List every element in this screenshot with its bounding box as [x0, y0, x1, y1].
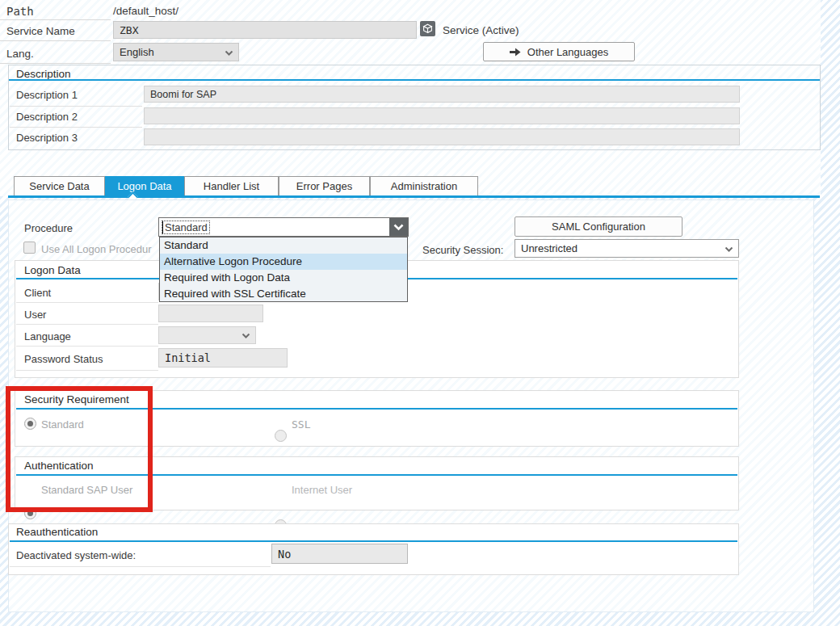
radio-auth-standard-sap-user[interactable]	[24, 507, 36, 519]
logon-data-title: Logon Data	[24, 264, 81, 276]
saml-configuration-button[interactable]: SAML Configuration	[514, 216, 682, 237]
procedure-combobox[interactable]: Standard	[158, 217, 409, 237]
header-area: Path /default_host/ Service Name ZBX Ser…	[0, 0, 821, 196]
password-status-label: Password Status	[24, 353, 103, 365]
password-status-value: Initial	[165, 351, 211, 364]
tab-label: Logon Data	[117, 180, 171, 192]
radio-security-ssl-label: SSL	[292, 418, 310, 431]
chevron-down-icon	[242, 330, 250, 342]
section-underline	[10, 540, 737, 542]
dropdown-option-standard[interactable]: Standard	[160, 237, 407, 254]
service-name-label: Service Name	[6, 25, 75, 37]
deactivated-system-wide-field: No	[271, 544, 408, 564]
section-underline	[16, 474, 737, 476]
service-name-input[interactable]: ZBX	[113, 21, 417, 39]
arrow-right-icon	[510, 48, 521, 57]
divider	[0, 63, 111, 64]
user-label: User	[24, 309, 46, 321]
authentication-title: Authentication	[24, 460, 94, 472]
deactivated-system-wide-value: No	[278, 548, 291, 561]
radio-security-ssl[interactable]	[275, 430, 287, 442]
procedure-dropdown-list: Standard Alternative Logon Procedure Req…	[159, 237, 408, 302]
dropdown-open-button[interactable]	[389, 218, 408, 236]
description3-label: Description 3	[16, 132, 78, 144]
service-cube-icon	[420, 21, 435, 36]
password-status-field: Initial	[158, 348, 288, 368]
dropdown-option-required-ssl-cert[interactable]: Required with SSL Certificate	[160, 286, 407, 302]
security-session-label: Security Session:	[422, 244, 503, 256]
radio-security-standard-label: Standard	[41, 418, 84, 431]
tab-handler-list[interactable]: Handler List	[184, 176, 279, 196]
path-label: Path	[6, 5, 34, 18]
description2-input[interactable]	[144, 107, 740, 124]
description2-label: Description 2	[16, 111, 78, 123]
service-name-value: ZBX	[120, 24, 138, 36]
divider	[16, 370, 158, 371]
language-select[interactable]	[158, 326, 256, 344]
client-label: Client	[24, 287, 51, 299]
description1-input[interactable]: Boomi for SAP	[144, 86, 740, 103]
deactivated-system-wide-label: Deactivated system-wide:	[16, 549, 136, 561]
use-all-logon-label: Use All Logon Procedur	[41, 243, 158, 255]
divider	[16, 346, 158, 347]
lang-select[interactable]: English	[113, 43, 239, 61]
tab-service-data[interactable]: Service Data	[14, 176, 105, 196]
section-underline	[16, 408, 737, 410]
divider	[0, 19, 111, 20]
chevron-down-icon	[225, 46, 233, 58]
tab-label: Handler List	[204, 180, 259, 192]
description3-input[interactable]	[144, 128, 740, 145]
tab-error-pages[interactable]: Error Pages	[279, 176, 370, 196]
radio-auth-internet-user-label: Internet User	[292, 484, 352, 496]
procedure-value: Standard	[162, 221, 209, 233]
lang-value: English	[120, 46, 154, 58]
divider	[10, 127, 142, 128]
procedure-label: Procedure	[24, 222, 73, 234]
divider	[10, 566, 271, 567]
tab-label: Administration	[391, 180, 457, 192]
tab-administration[interactable]: Administration	[370, 176, 478, 196]
divider	[10, 106, 142, 107]
security-requirement-title: Security Requirement	[24, 393, 129, 405]
other-languages-label: Other Languages	[527, 46, 608, 58]
security-session-value: Unrestricted	[521, 242, 578, 254]
radio-auth-standard-sap-user-label: Standard SAP User	[41, 484, 132, 496]
service-status-text: Service (Active)	[443, 24, 519, 36]
divider	[16, 324, 158, 325]
description1-value: Boomi for SAP	[150, 89, 216, 100]
dropdown-option-required-logon-data[interactable]: Required with Logon Data	[160, 270, 407, 286]
section-underline	[9, 79, 820, 81]
chevron-down-icon	[724, 242, 733, 254]
lang-label: Lang.	[6, 48, 34, 60]
description-title: Description	[16, 68, 71, 80]
language-label: Language	[24, 330, 71, 342]
divider	[16, 302, 158, 303]
other-languages-button[interactable]: Other Languages	[483, 42, 635, 61]
user-input[interactable]	[158, 305, 263, 322]
dropdown-option-alternative-logon[interactable]: Alternative Logon Procedure	[160, 254, 407, 270]
radio-security-standard[interactable]	[24, 418, 36, 430]
reauthentication-title: Reauthentication	[16, 526, 98, 538]
use-all-logon-checkbox[interactable]	[23, 242, 36, 254]
saml-configuration-label: SAML Configuration	[552, 221, 645, 233]
chevron-down-icon	[393, 224, 404, 231]
tab-logon-data[interactable]: Logon Data	[105, 176, 184, 196]
description1-label: Description 1	[16, 89, 78, 101]
divider	[0, 40, 111, 41]
security-session-select[interactable]: Unrestricted	[514, 239, 739, 258]
path-value: /default_host/	[113, 5, 178, 17]
tab-label: Service Data	[29, 180, 89, 192]
tab-label: Error Pages	[296, 180, 352, 192]
